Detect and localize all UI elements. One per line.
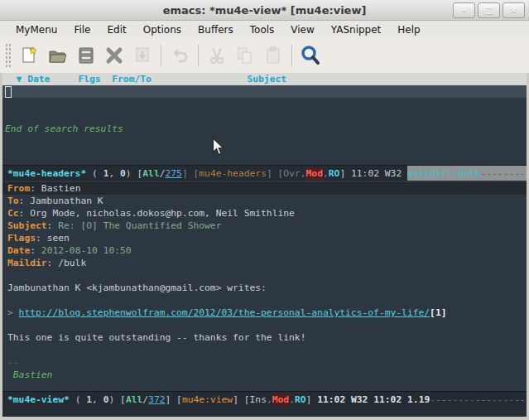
paste-icon [259,41,287,70]
modified-flag[interactable]: Mod [272,393,289,406]
new-file-icon[interactable] [16,41,44,70]
modified-flag[interactable]: Mod [306,167,323,180]
toolbar-separator [291,45,292,66]
from-value: Bastien [41,183,81,194]
emacs-window: emacs: *mu4e-view* [mu4e:view] – □ ✕ MyM… [0,0,529,420]
buffer-name: *mu4e-headers* [7,167,86,180]
view-mode-line[interactable]: *mu4e-view* ( 1, 0) [All/372] [mu4e:view… [2,391,527,407]
footnote-marker: [1] [430,307,446,318]
maildir-indicator: maildir:/bulk [407,167,480,180]
cc-value: Org Mode, nicholas.dokos@hp.com, Neil Sm… [30,208,295,219]
major-mode[interactable]: mu4e-headers [199,167,267,180]
minibuffer[interactable] [2,407,527,417]
menu-buffers[interactable]: Buffers [190,22,242,37]
quoted-link-line: > http://blog.stephenwolfram.com/2012/03… [2,307,527,319]
quote-attribution: Jambunathan K <kjambunathan@gmail.com> w… [2,282,527,294]
save-icon[interactable] [72,41,100,70]
toolbar-drag-handle[interactable] [5,43,12,68]
menu-file[interactable]: File [65,22,99,37]
undo-icon [166,41,194,70]
subject-value: Re: [O] The Quantified Shower [58,220,221,231]
signature-separator: -- [2,356,527,369]
menu-edit[interactable]: Edit [99,22,135,37]
title-bar[interactable]: emacs: *mu4e-view* [mu4e:view] – □ ✕ [0,0,529,21]
message-header-cc: Cc: Org Mode, nicholas.dokos@hp.com, Nei… [2,207,527,220]
emacs-frame-content: ▼ Date Flgs From/To Subject 2012-08-10 S… [0,73,529,420]
headers-mode-line-main: *mu4e-headers* ( 1, 0) [All/275] [mu4e-h… [2,166,407,181]
buffer-name: *mu4e-view* [7,393,70,406]
toolbar-separator [161,45,161,66]
window-title: emacs: *mu4e-view* [mu4e:view] [0,4,529,17]
header-row[interactable]: 2012-08-10 S Lanoxx | Re: Compiling glib… [2,98,527,110]
column-number: 0 [120,167,126,180]
minimize-button[interactable]: – [453,2,475,18]
message-header-from: From: Bastien [2,182,527,195]
body-text: This one is quite outstanding -- thanks … [2,331,527,344]
menu-yasnippet[interactable]: YASnippet [323,22,390,37]
line-number: 1 [103,167,109,180]
text-cursor [5,86,12,98]
window-controls: – □ ✕ [453,2,525,18]
date-value: 2012-08-10 10:50 [41,245,132,256]
message-header-date: Date: 2012-08-10 10:50 [2,244,527,257]
copy-icon [231,41,259,70]
headers-empty-area[interactable] [2,135,527,165]
clock-and-position: 11:02 W32 11:02 1.19 [317,393,430,406]
line-number: 1 [86,393,92,406]
read-only-flag[interactable]: RO [329,167,340,180]
menu-tools[interactable]: Tools [242,22,283,37]
to-value: Jambunathan K [30,196,103,206]
message-count: 275 [166,167,182,180]
search-icon[interactable] [296,41,325,70]
close-button[interactable]: ✕ [503,2,525,18]
maildir-value: /bulk [58,258,86,268]
save-as-icon [128,41,156,70]
hyperlink[interactable]: http://blog.stephenwolfram.com/2012/03/t… [19,307,430,318]
message-header-maildir: Maildir: /bulk [2,257,527,269]
menu-options[interactable]: Options [135,22,190,37]
clock-and-window: 11:02 W32 [351,167,407,180]
message-count: 372 [148,393,165,406]
end-of-search-message: End of search results [2,123,527,135]
column-number: 0 [103,393,109,406]
maximize-button[interactable]: □ [478,2,500,18]
delete-icon[interactable] [100,41,128,70]
quote-prefix: > [7,307,19,318]
tool-bar [0,38,529,74]
menu-help[interactable]: Help [389,22,428,37]
signature: Bastien [2,369,527,381]
headers-column-header[interactable]: ▼ Date Flgs From/To Subject [2,73,527,85]
header-row-selected[interactable]: 2012-08-10 S Bastien | Re: [O] The Quant… [2,85,527,98]
menu-mymenu[interactable]: MyMenu [7,22,65,37]
cut-icon [203,41,231,70]
menu-view[interactable]: View [282,22,322,37]
header-row[interactable]: 2012-08-10 S Suvayu Ali | Re: Emacs for … [2,110,527,123]
headers-mode-line[interactable]: *mu4e-headers* ( 1, 0) [All/275] [mu4e-h… [2,165,527,181]
mouse-cursor [212,138,225,159]
toolbar-separator [198,45,199,66]
open-file-icon[interactable] [44,41,72,70]
view-mode-line-main: *mu4e-view* ( 1, 0) [All/372] [mu4e:view… [2,393,527,406]
read-only-flag[interactable]: RO [295,393,306,406]
major-mode[interactable]: mu4e:view [182,393,233,406]
message-header-subject: Subject: Re: [O] The Quantified Shower [2,220,527,232]
flags-value: seen [47,233,70,244]
headers-mode-line-tail: maildir:/bulk------------------------ [407,166,527,181]
menu-bar: MyMenu File Edit Options Buffers Tools V… [0,21,529,38]
message-view[interactable]: From: Bastien To: Jambunathan K Cc: Org … [2,181,527,391]
message-header-to: To: Jambunathan K [2,195,527,207]
message-header-flags: Flags: seen [2,232,527,244]
